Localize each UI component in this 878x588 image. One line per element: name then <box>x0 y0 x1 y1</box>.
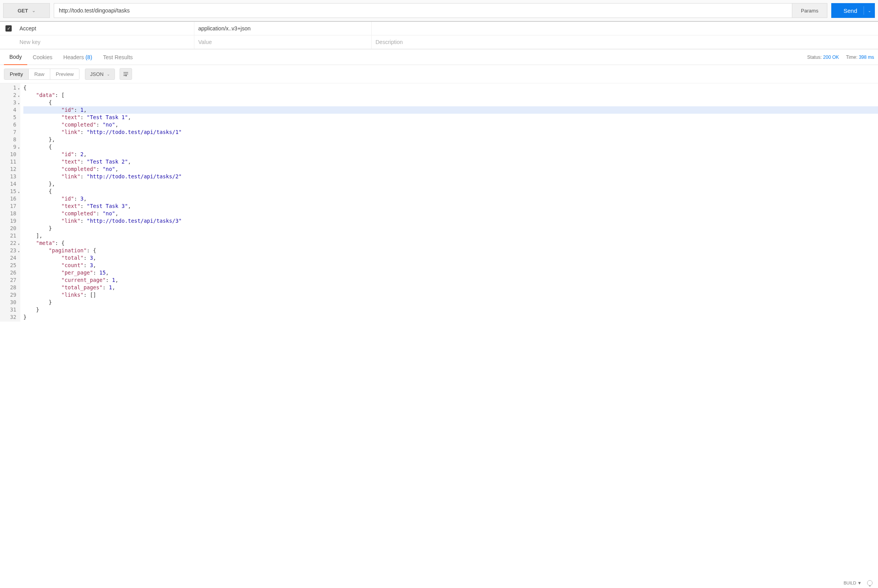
code-line: "per_page": 15, <box>23 269 878 276</box>
status-label: Status: <box>807 55 822 60</box>
code-line: "count": 3, <box>23 262 878 269</box>
code-line: { <box>23 84 878 92</box>
code-line: "link": "http://todo.test/api/tasks/3" <box>23 217 878 225</box>
code-line: "completed": "no", <box>23 165 878 173</box>
header-value-cell <box>194 35 372 49</box>
response-tabs: Body Cookies Headers (8) Test Results St… <box>0 49 878 65</box>
line-number: 3 <box>0 99 19 106</box>
params-button[interactable]: Params <box>792 4 827 18</box>
chevron-down-icon: ⌄ <box>868 9 871 13</box>
header-value-input[interactable] <box>198 39 367 45</box>
header-desc-input[interactable] <box>376 39 874 45</box>
tab-test-results[interactable]: Test Results <box>98 49 138 65</box>
code-line: }, <box>23 136 878 143</box>
chevron-down-icon: ⌄ <box>32 8 35 13</box>
line-number: 17 <box>0 202 19 210</box>
code-line: { <box>23 143 878 151</box>
tab-headers-label: Headers <box>63 54 84 60</box>
code-line: "text": "Test Task 1", <box>23 114 878 121</box>
code-line: { <box>23 188 878 195</box>
line-number: 1 <box>0 84 19 92</box>
code-line: "completed": "no", <box>23 121 878 129</box>
tab-body-label: Body <box>9 54 22 60</box>
response-body-editor[interactable]: 1234567891011121314151617181920212223242… <box>0 83 878 322</box>
line-number: 32 <box>0 313 19 321</box>
request-headers-table: ✓ <box>0 22 878 49</box>
code-line: "text": "Test Task 2", <box>23 158 878 165</box>
code-line: "links": [] <box>23 291 878 299</box>
code-line: "link": "http://todo.test/api/tasks/2" <box>23 173 878 180</box>
code-line: "current_page": 1, <box>23 276 878 284</box>
line-number: 18 <box>0 210 19 217</box>
format-select[interactable]: JSON ⌄ <box>85 69 115 80</box>
tab-body[interactable]: Body <box>4 50 27 65</box>
line-number: 25 <box>0 262 19 269</box>
response-status: Status: 200 OK <box>807 55 839 60</box>
line-number: 15 <box>0 188 19 195</box>
code-line: } <box>23 225 878 232</box>
line-number: 28 <box>0 284 19 291</box>
header-key-cell <box>17 35 194 49</box>
chevron-down-icon: ⌄ <box>107 72 110 76</box>
request-bar: GET ⌄ Params Send ⌄ <box>0 0 878 22</box>
header-value-input[interactable] <box>198 25 367 32</box>
send-divider <box>864 6 864 15</box>
line-number: 6 <box>0 121 19 129</box>
view-raw-button[interactable]: Raw <box>29 69 50 79</box>
header-key-input[interactable] <box>19 39 192 45</box>
line-number: 13 <box>0 173 19 180</box>
tab-cookies[interactable]: Cookies <box>27 49 58 65</box>
header-key-input[interactable] <box>19 25 192 32</box>
line-number: 12 <box>0 165 19 173</box>
line-number: 7 <box>0 129 19 136</box>
line-number: 11 <box>0 158 19 165</box>
line-number: 26 <box>0 269 19 276</box>
line-number: 29 <box>0 291 19 299</box>
header-value-cell <box>194 22 372 35</box>
wrap-icon <box>123 71 129 77</box>
http-method-label: GET <box>18 8 28 14</box>
line-number: 19 <box>0 217 19 225</box>
line-number: 16 <box>0 195 19 202</box>
code-line: ], <box>23 232 878 239</box>
wrap-lines-button[interactable] <box>120 68 132 80</box>
line-number: 27 <box>0 276 19 284</box>
send-button[interactable]: Send ⌄ <box>831 3 875 18</box>
view-pretty-button[interactable]: Pretty <box>4 69 29 79</box>
line-number: 8 <box>0 136 19 143</box>
format-label: JSON <box>90 71 104 77</box>
url-input[interactable] <box>54 4 792 18</box>
http-method-select[interactable]: GET ⌄ <box>3 3 50 18</box>
tab-headers-count: (8) <box>85 54 92 60</box>
response-time: Time: 398 ms <box>846 55 874 60</box>
tab-cookies-label: Cookies <box>33 54 53 60</box>
time-label: Time: <box>846 55 858 60</box>
tab-test-results-label: Test Results <box>103 54 133 60</box>
code-line: } <box>23 306 878 313</box>
line-number: 30 <box>0 299 19 306</box>
url-input-container: Params <box>54 3 827 18</box>
time-value: 398 ms <box>859 55 874 60</box>
header-row-new <box>0 35 878 49</box>
code-line: }, <box>23 180 878 188</box>
code-line: } <box>23 299 878 306</box>
line-number: 10 <box>0 151 19 158</box>
view-preview-button[interactable]: Preview <box>50 69 79 79</box>
code-line: "total": 3, <box>23 254 878 262</box>
code-line: "text": "Test Task 3", <box>23 202 878 210</box>
line-number: 14 <box>0 180 19 188</box>
code-line: "data": [ <box>23 92 878 99</box>
code-line: } <box>23 313 878 321</box>
response-view-bar: Pretty Raw Preview JSON ⌄ <box>0 65 878 83</box>
header-enabled-checkbox[interactable]: ✓ <box>5 25 12 32</box>
code-line: "total_pages": 1, <box>23 284 878 291</box>
line-number-gutter: 1234567891011121314151617181920212223242… <box>0 83 20 322</box>
code-line: { <box>23 99 878 106</box>
line-number: 9 <box>0 143 19 151</box>
line-number: 5 <box>0 114 19 121</box>
line-number: 21 <box>0 232 19 239</box>
view-mode-group: Pretty Raw Preview <box>4 69 79 80</box>
line-number: 31 <box>0 306 19 313</box>
tab-headers[interactable]: Headers (8) <box>58 49 98 65</box>
header-desc-cell <box>372 39 878 45</box>
